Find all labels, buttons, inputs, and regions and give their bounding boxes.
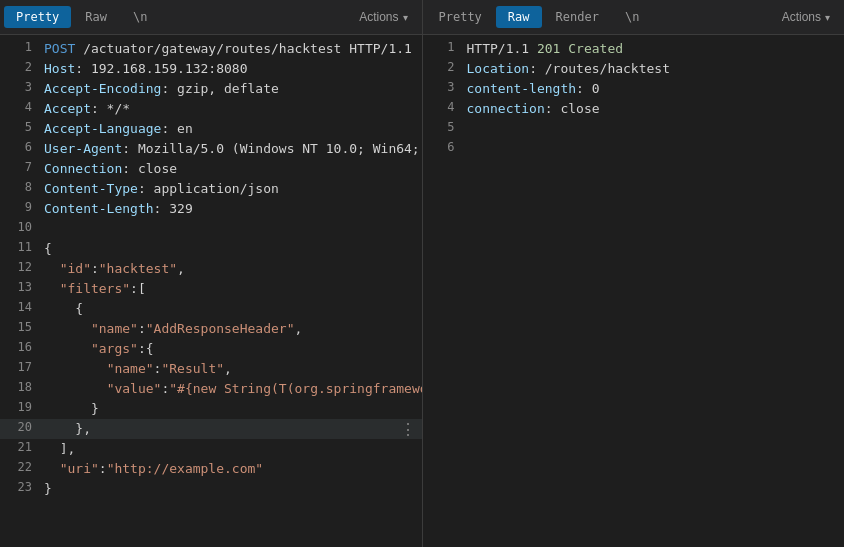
left-line-4: 4 Accept: */* — [0, 99, 422, 119]
left-line-1: 1 POST /actuator/gateway/routes/hacktest… — [0, 39, 422, 59]
left-line-11: 11 { — [0, 239, 422, 259]
left-line-6: 6 User-Agent: Mozilla/5.0 (Windows NT 10… — [0, 139, 422, 159]
right-code-area: 1 HTTP/1.1 201 Created 2 Location: /rout… — [423, 35, 845, 547]
left-code-area: 1 POST /actuator/gateway/routes/hacktest… — [0, 35, 422, 547]
tab-right-render[interactable]: Render — [544, 6, 611, 28]
left-line-13: 13 "filters":[ — [0, 279, 422, 299]
ellipsis-icon: ⋮ — [400, 420, 416, 439]
right-line-3: 3 content-length: 0 — [423, 79, 845, 99]
left-line-19: 19 } — [0, 399, 422, 419]
left-actions-chevron-icon: ▾ — [403, 12, 408, 23]
left-line-16: 16 "args":{ — [0, 339, 422, 359]
right-actions-label: Actions — [782, 10, 821, 24]
tab-left-raw[interactable]: Raw — [73, 6, 119, 28]
left-line-10: 10 — [0, 219, 422, 239]
left-line-9: 9 Content-Length: 329 — [0, 199, 422, 219]
right-actions-chevron-icon: ▾ — [825, 12, 830, 23]
right-line-1: 1 HTTP/1.1 201 Created — [423, 39, 845, 59]
tab-left-pretty[interactable]: Pretty — [4, 6, 71, 28]
left-line-15: 15 "name":"AddResponseHeader", — [0, 319, 422, 339]
left-line-22: 22 "uri":"http://example.com" — [0, 459, 422, 479]
right-tab-bar: Pretty Raw Render \n Actions ▾ — [423, 0, 845, 35]
left-line-7: 7 Connection: close — [0, 159, 422, 179]
right-actions-button[interactable]: Actions ▾ — [772, 6, 840, 28]
right-line-5: 5 — [423, 119, 845, 139]
left-line-18: 18 "value":"#{new String(T(org.springfra… — [0, 379, 422, 399]
left-actions-button[interactable]: Actions ▾ — [349, 6, 417, 28]
left-tab-bar: Pretty Raw \n Actions ▾ — [0, 0, 422, 35]
left-actions-label: Actions — [359, 10, 398, 24]
left-line-17: 17 "name":"Result", — [0, 359, 422, 379]
left-line-14: 14 { — [0, 299, 422, 319]
left-line-21: 21 ], — [0, 439, 422, 459]
right-line-4: 4 connection: close — [423, 99, 845, 119]
right-line-2: 2 Location: /routes/hacktest — [423, 59, 845, 79]
left-line-2: 2 Host: 192.168.159.132:8080 — [0, 59, 422, 79]
right-panel: Pretty Raw Render \n Actions ▾ 1 HTTP/1.… — [423, 0, 845, 547]
left-line-5: 5 Accept-Language: en — [0, 119, 422, 139]
left-line-3: 3 Accept-Encoding: gzip, deflate — [0, 79, 422, 99]
right-line-6: 6 — [423, 139, 845, 159]
left-line-8: 8 Content-Type: application/json — [0, 179, 422, 199]
tab-right-pretty[interactable]: Pretty — [427, 6, 494, 28]
tab-left-newline[interactable]: \n — [121, 6, 159, 28]
tab-right-newline[interactable]: \n — [613, 6, 651, 28]
left-line-23: 23 } — [0, 479, 422, 499]
left-line-12: 12 "id":"hacktest", — [0, 259, 422, 279]
left-line-20: 20 }, ⋮ — [0, 419, 422, 439]
left-panel: Pretty Raw \n Actions ▾ 1 POST /actuator… — [0, 0, 423, 547]
tab-right-raw[interactable]: Raw — [496, 6, 542, 28]
